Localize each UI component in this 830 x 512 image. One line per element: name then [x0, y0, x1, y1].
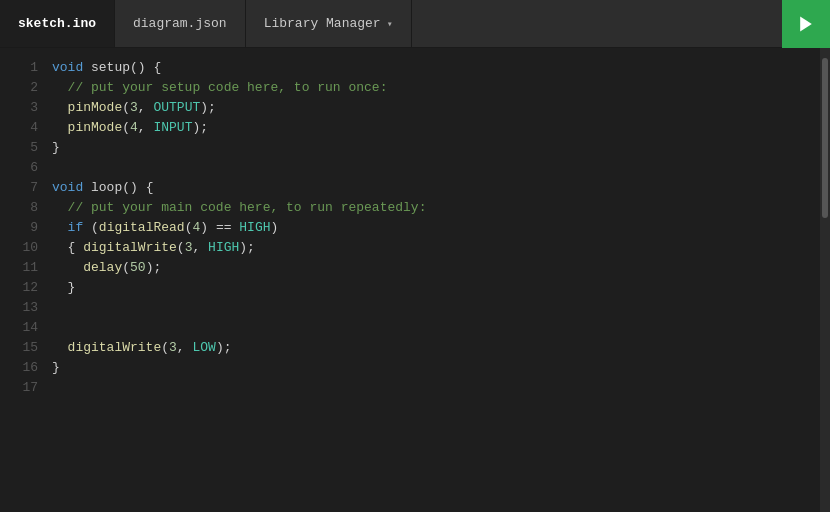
tab-bar: sketch.ino diagram.json Library Manager … — [0, 0, 830, 48]
dropdown-arrow-icon: ▾ — [387, 18, 393, 30]
line-number: 9 — [0, 218, 52, 238]
line-number: 3 — [0, 98, 52, 118]
svg-marker-0 — [800, 16, 812, 31]
line-number: 6 — [0, 158, 52, 178]
code-line: { digitalWrite(3, HIGH); — [52, 238, 820, 258]
tab-library[interactable]: Library Manager ▾ — [246, 0, 412, 47]
code-line: if (digitalRead(4) == HIGH) — [52, 218, 820, 238]
line-numbers: 1234567891011121314151617 — [0, 48, 52, 512]
scrollbar-track[interactable] — [820, 48, 830, 512]
code-line — [52, 158, 820, 178]
line-number: 10 — [0, 238, 52, 258]
code-content[interactable]: void setup() { // put your setup code he… — [52, 48, 820, 512]
code-line: pinMode(4, INPUT); — [52, 118, 820, 138]
line-number: 14 — [0, 318, 52, 338]
line-number: 11 — [0, 258, 52, 278]
line-number: 5 — [0, 138, 52, 158]
code-line: delay(50); — [52, 258, 820, 278]
tab-sketch[interactable]: sketch.ino — [0, 0, 115, 47]
line-number: 15 — [0, 338, 52, 358]
tab-library-label: Library Manager — [264, 16, 381, 31]
code-line — [52, 378, 820, 398]
line-number: 12 — [0, 278, 52, 298]
editor-area: 1234567891011121314151617 void setup() {… — [0, 48, 830, 512]
code-line — [52, 298, 820, 318]
code-line: } — [52, 358, 820, 378]
line-number: 16 — [0, 358, 52, 378]
code-line: pinMode(3, OUTPUT); — [52, 98, 820, 118]
line-number: 8 — [0, 198, 52, 218]
code-line: } — [52, 278, 820, 298]
code-line: void setup() { — [52, 58, 820, 78]
line-number: 13 — [0, 298, 52, 318]
tab-diagram-label: diagram.json — [133, 16, 227, 31]
run-button[interactable] — [782, 0, 830, 48]
play-icon — [796, 14, 816, 34]
tab-diagram[interactable]: diagram.json — [115, 0, 246, 47]
code-line: digitalWrite(3, LOW); — [52, 338, 820, 358]
code-line: // put your main code here, to run repea… — [52, 198, 820, 218]
line-number: 1 — [0, 58, 52, 78]
line-number: 4 — [0, 118, 52, 138]
line-number: 17 — [0, 378, 52, 398]
line-number: 7 — [0, 178, 52, 198]
line-number: 2 — [0, 78, 52, 98]
tab-sketch-label: sketch.ino — [18, 16, 96, 31]
code-line: void loop() { — [52, 178, 820, 198]
code-line: // put your setup code here, to run once… — [52, 78, 820, 98]
code-line — [52, 318, 820, 338]
code-line: } — [52, 138, 820, 158]
scrollbar-thumb[interactable] — [822, 58, 828, 218]
